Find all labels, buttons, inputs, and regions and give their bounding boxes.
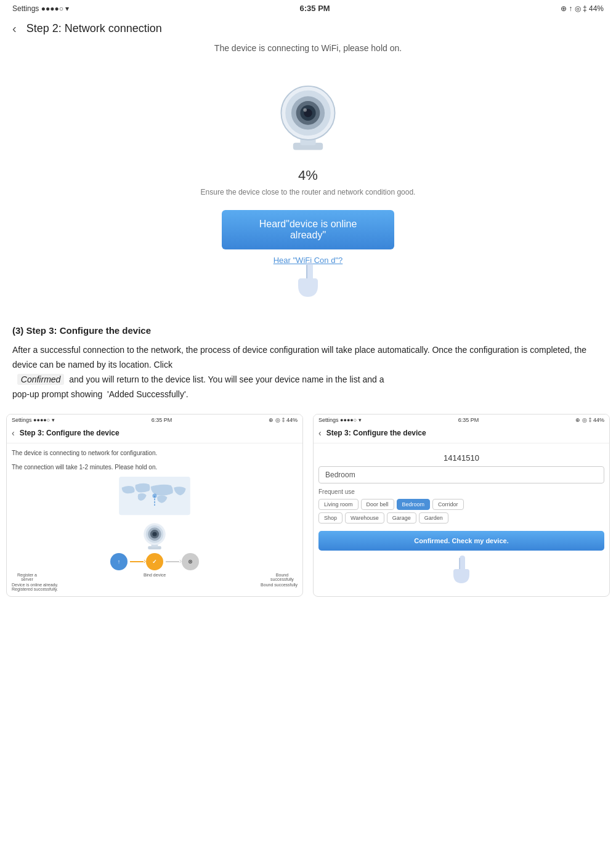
phones-row: Settings ●●●●○ ▾ 6:35 PM ⊕ ◎ ‡ 44% ‹ Ste… xyxy=(0,408,616,609)
left-status-left: Settings ●●●●○ ▾ xyxy=(12,417,55,423)
status-bar: Settings ●●●●○ ▾ 6:35 PM ⊕ ↑ ◎ ‡ 44% xyxy=(0,0,616,17)
tag-corridor[interactable]: Corridor xyxy=(432,499,464,510)
frequent-label: Frequent use xyxy=(318,488,604,495)
right-status-right: ⊕ ◎ ‡ 44% xyxy=(575,417,604,423)
right-phone-status-bar: Settings ●●●●○ ▾ 6:35 PM ⊕ ◎ ‡ 44% xyxy=(314,414,609,426)
device-name-input[interactable] xyxy=(318,466,604,483)
world-map-svg xyxy=(115,477,195,515)
right-status-time: 6:35 PM xyxy=(458,417,479,423)
right-hand-cursor xyxy=(318,553,604,587)
page-title: Step 2: Network connection xyxy=(26,22,162,35)
progress-steps: ↑ › ✓ › xyxy=(12,553,298,591)
main-content: The device is connecting to WiFi, please… xyxy=(0,43,616,302)
left-phone-status-bar: Settings ●●●●○ ▾ 6:35 PM ⊕ ◎ ‡ 44% xyxy=(7,414,302,426)
step2-label: Bind device xyxy=(144,573,166,581)
world-map-container xyxy=(12,477,298,551)
step3-body1: After a successful connection to the net… xyxy=(12,343,604,373)
right-phone-title: Step 3: Configure the device xyxy=(326,429,426,437)
left-phone-header: ‹ Step 3: Configure the device xyxy=(7,426,302,443)
right-status-left: Settings ●●●●○ ▾ xyxy=(318,417,362,423)
left-status-time: 6:35 PM xyxy=(152,417,172,423)
steps-icons: ↑ › ✓ › xyxy=(110,553,199,570)
heard-button-container: Heard"device is online already" Hear "Wi… xyxy=(12,210,604,302)
step-bottom-label1: Device is online already. Registered suc… xyxy=(12,583,73,591)
step3-body-confirmed: Confirmed and you will return to the dev… xyxy=(12,373,604,387)
progress-section: 4% Ensure the device close to the router… xyxy=(12,168,604,198)
camera-container xyxy=(12,65,604,158)
left-phone-body: The device is connecting to network for … xyxy=(7,443,302,596)
left-config-text2: The connection will take 1-2 minutes. Pl… xyxy=(12,463,298,472)
tag-door-bell[interactable]: Door bell xyxy=(361,499,394,510)
tag-shop[interactable]: Shop xyxy=(318,512,342,524)
right-phone-body: 14141510 Frequent use Living room Door b… xyxy=(314,443,609,592)
tag-bedroom[interactable]: Bedroom xyxy=(397,499,431,510)
step3-circle: ⊗ xyxy=(182,553,199,570)
left-phone-title: Step 3: Configure the device xyxy=(20,429,120,437)
step2-circle: ✓ xyxy=(146,553,163,570)
tag-living-room[interactable]: Living room xyxy=(318,499,359,510)
svg-point-8 xyxy=(303,108,307,112)
right-phone-back[interactable]: ‹ xyxy=(318,428,322,438)
heard-button[interactable]: Heard"device is online already" xyxy=(222,210,394,249)
step3-section: (3) Step 3: Configure the device After a… xyxy=(0,308,616,408)
camera-small-svg xyxy=(136,515,173,551)
step-bottom-label2: Bound successfully xyxy=(261,583,298,591)
svg-point-12 xyxy=(152,494,156,498)
step1-label: Register a server xyxy=(12,573,43,581)
step3-title: (3) Step 3: Configure the device xyxy=(12,323,604,339)
left-phone-back[interactable]: ‹ xyxy=(12,428,15,438)
tags-row1: Living room Door bell Bedroom Corridor xyxy=(318,499,604,510)
left-phone: Settings ●●●●○ ▾ 6:35 PM ⊕ ◎ ‡ 44% ‹ Ste… xyxy=(6,414,303,597)
tag-garden[interactable]: Garden xyxy=(419,512,448,524)
progress-hint: Ensure the device close to the router an… xyxy=(12,187,604,198)
back-button[interactable]: ‹ xyxy=(12,22,17,36)
device-id: 14141510 xyxy=(318,453,604,463)
step3-body3: pop-up prompt showing 'Added Successfull… xyxy=(12,387,604,402)
nav-header: ‹ Step 2: Network connection xyxy=(0,17,616,43)
step3-label: Bound successfully xyxy=(267,573,298,581)
tag-garage[interactable]: Garage xyxy=(387,512,416,524)
status-right: ⊕ ↑ ◎ ‡ 44% xyxy=(561,4,604,13)
right-hand-icon xyxy=(446,553,477,587)
confirmed-word: Confirmed xyxy=(17,374,65,385)
connecting-text: The device is connecting to WiFi, please… xyxy=(12,43,604,53)
confirm-button[interactable]: Confirmed. Check my device. xyxy=(318,531,604,551)
left-config-text1: The device is connecting to network for … xyxy=(12,448,298,458)
progress-percent: 4% xyxy=(12,168,604,184)
camera-illustration xyxy=(268,65,348,158)
left-status-right: ⊕ ◎ ‡ 44% xyxy=(269,417,298,423)
status-left: Settings ●●●●○ ▾ xyxy=(12,4,69,13)
hand-cursor-icon xyxy=(290,259,326,302)
right-phone: Settings ●●●●○ ▾ 6:35 PM ⊕ ◎ ‡ 44% ‹ Ste… xyxy=(313,414,610,597)
right-phone-header: ‹ Step 3: Configure the device xyxy=(314,426,609,443)
svg-point-19 xyxy=(152,532,156,536)
step1-circle: ↑ xyxy=(110,553,128,570)
tags-row2: Shop Warehouse Garage Garden xyxy=(318,512,604,524)
status-time: 6:35 PM xyxy=(300,4,330,13)
tag-warehouse[interactable]: Warehouse xyxy=(345,512,384,524)
